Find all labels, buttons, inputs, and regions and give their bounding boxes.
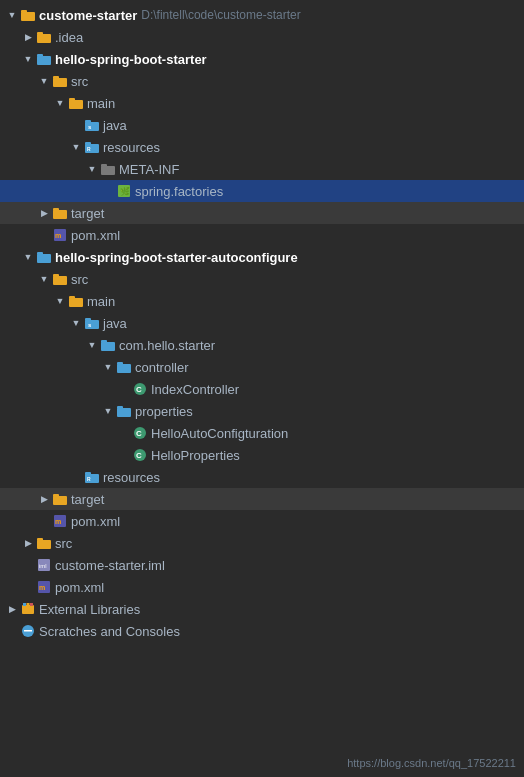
tree-arrow[interactable] (68, 469, 84, 485)
tree-item-hello-spring-boot-starter-autoconfigure[interactable]: ▼hello-spring-boot-starter-autoconfigure (0, 246, 524, 268)
tree-item-root[interactable]: ▼custome-starter D:\fintell\code\custome… (0, 4, 524, 26)
tree-item-hello-properties[interactable]: CHelloProperties (0, 444, 524, 466)
svg-rect-4 (37, 56, 51, 65)
tree-arrow[interactable]: ▼ (84, 337, 100, 353)
tree-arrow[interactable]: ▼ (68, 139, 84, 155)
tree-item-pom2[interactable]: mpom.xml (0, 510, 524, 532)
tree-item-java1[interactable]: sjava (0, 114, 524, 136)
svg-rect-63 (24, 630, 32, 632)
svg-rect-8 (69, 100, 83, 109)
tree-arrow[interactable]: ▼ (20, 249, 36, 265)
tree-arrow[interactable]: ▼ (68, 315, 84, 331)
tree-arrow[interactable] (4, 623, 20, 639)
svg-rect-3 (37, 32, 43, 35)
tree-item-resources2[interactable]: Rresources (0, 466, 524, 488)
tree-arrow[interactable]: ▼ (52, 95, 68, 111)
tree-item-scratches[interactable]: Scratches and Consoles (0, 620, 524, 642)
tree-item-label: target (71, 492, 104, 507)
tree-item-src2[interactable]: ▼src (0, 268, 524, 290)
tree-item-index-controller[interactable]: CIndexController (0, 378, 524, 400)
tree-item-src3[interactable]: ▶src (0, 532, 524, 554)
tree-item-com-hello-starter[interactable]: ▼com.hello.starter (0, 334, 524, 356)
tree-item-spring-factories[interactable]: 🌿spring.factories (0, 180, 524, 202)
svg-rect-17 (101, 164, 107, 167)
svg-rect-52 (37, 540, 51, 549)
tree-item-external-libs[interactable]: ▶External Libraries (0, 598, 524, 620)
tree-arrow[interactable]: ▼ (84, 161, 100, 177)
tree-arrow[interactable] (100, 183, 116, 199)
tree-arrow[interactable] (116, 381, 132, 397)
tree-item-hello-spring-boot-starter[interactable]: ▼hello-spring-boot-starter (0, 48, 524, 70)
svg-rect-60 (27, 603, 30, 606)
folder-orange-icon (20, 7, 36, 23)
file-tree: ▼custome-starter D:\fintell\code\custome… (0, 0, 524, 777)
tree-item-label: spring.factories (135, 184, 223, 199)
tree-item-java2[interactable]: ▼sjava (0, 312, 524, 334)
tree-item-main1[interactable]: ▼main (0, 92, 524, 114)
folder-pkg-icon (116, 359, 132, 375)
tree-item-target1[interactable]: ▶target (0, 202, 524, 224)
tree-arrow[interactable]: ▶ (4, 601, 20, 617)
tree-arrow[interactable]: ▶ (36, 205, 52, 221)
svg-rect-25 (37, 252, 43, 255)
tree-arrow[interactable]: ▼ (100, 403, 116, 419)
folder-resources-icon: R (84, 139, 100, 155)
tree-arrow[interactable] (68, 117, 84, 133)
tree-arrow[interactable]: ▼ (4, 7, 20, 23)
tree-item-label: src (71, 272, 88, 287)
tree-arrow[interactable] (36, 227, 52, 243)
tree-item-label: pom.xml (55, 580, 104, 595)
tree-item-target2[interactable]: ▶target (0, 488, 524, 510)
tree-item-src1[interactable]: ▼src (0, 70, 524, 92)
svg-text:m: m (55, 232, 61, 239)
folder-orange-icon (52, 205, 68, 221)
folder-pkg-icon (100, 337, 116, 353)
tree-item-label: java (103, 118, 127, 133)
tree-arrow[interactable] (20, 579, 36, 595)
tree-item-extra: D:\fintell\code\custome-starter (141, 8, 300, 22)
tree-item-pom3[interactable]: mpom.xml (0, 576, 524, 598)
svg-rect-58 (22, 605, 34, 614)
tree-item-label: hello-spring-boot-starter-autoconfigure (55, 250, 298, 265)
tree-item-label: main (87, 96, 115, 111)
folder-resources-icon: R (84, 469, 100, 485)
svg-rect-2 (37, 34, 51, 43)
tree-arrow[interactable]: ▼ (36, 271, 52, 287)
tree-item-controller[interactable]: ▼controller (0, 356, 524, 378)
tree-arrow[interactable]: ▼ (52, 293, 68, 309)
file-java-c-icon: C (132, 425, 148, 441)
watermark-text: https://blog.csdn.net/qq_17522211 (347, 757, 516, 769)
tree-arrow[interactable] (20, 557, 36, 573)
tree-item-label: custome-starter (39, 8, 137, 23)
svg-rect-7 (53, 76, 59, 79)
tree-arrow[interactable]: ▼ (100, 359, 116, 375)
tree-arrow[interactable]: ▶ (20, 29, 36, 45)
tree-item-idea[interactable]: ▶.idea (0, 26, 524, 48)
svg-rect-35 (117, 364, 131, 373)
tree-arrow[interactable]: ▼ (36, 73, 52, 89)
tree-item-pom1[interactable]: mpom.xml (0, 224, 524, 246)
tree-arrow[interactable] (116, 447, 132, 463)
tree-item-label: custome-starter.iml (55, 558, 165, 573)
tree-item-resources1[interactable]: ▼Rresources (0, 136, 524, 158)
tree-item-custome-iml[interactable]: imlcustome-starter.iml (0, 554, 524, 576)
file-pom-icon: m (52, 513, 68, 529)
tree-arrow[interactable]: ▶ (20, 535, 36, 551)
folder-orange-icon (36, 535, 52, 551)
tree-item-label: main (87, 294, 115, 309)
svg-rect-46 (85, 472, 91, 475)
tree-item-main2[interactable]: ▼main (0, 290, 524, 312)
svg-rect-1 (21, 10, 27, 13)
tree-item-meta-inf[interactable]: ▼META-INF (0, 158, 524, 180)
tree-item-hello-auto-config[interactable]: CHelloAutoConfigturation (0, 422, 524, 444)
tree-arrow[interactable]: ▶ (36, 491, 52, 507)
tree-arrow[interactable] (36, 513, 52, 529)
tree-arrow[interactable]: ▼ (20, 51, 36, 67)
folder-orange-icon (36, 29, 52, 45)
external-libs-icon (20, 601, 36, 617)
svg-rect-53 (37, 538, 43, 541)
tree-arrow[interactable] (116, 425, 132, 441)
folder-orange-icon (52, 271, 68, 287)
tree-item-properties-pkg[interactable]: ▼properties (0, 400, 524, 422)
svg-text:m: m (55, 518, 61, 525)
